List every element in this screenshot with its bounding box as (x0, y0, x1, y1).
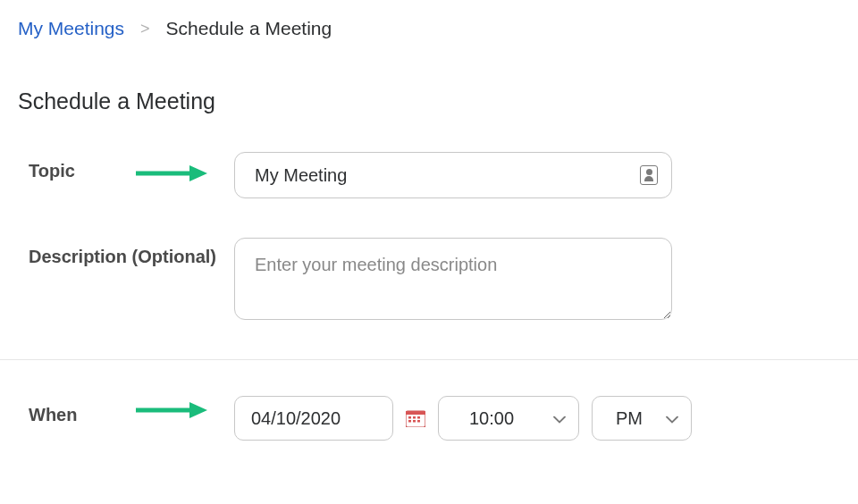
calendar-icon[interactable] (406, 409, 425, 427)
svg-rect-7 (413, 416, 416, 419)
svg-rect-8 (417, 416, 420, 419)
section-divider (0, 359, 858, 360)
svg-rect-5 (406, 411, 425, 415)
ampm-select[interactable]: PM (592, 396, 692, 441)
description-label: Description (Optional) (29, 238, 234, 267)
chevron-down-icon (553, 408, 566, 429)
topic-row: Topic (29, 152, 840, 198)
description-row: Description (Optional) (29, 238, 840, 320)
breadcrumb-current: Schedule a Meeting (166, 18, 332, 39)
page-title: Schedule a Meeting (18, 88, 840, 114)
date-input[interactable] (234, 396, 393, 441)
breadcrumb-root-link[interactable]: My Meetings (18, 18, 124, 39)
when-label: When (29, 396, 234, 425)
when-section: When (18, 396, 840, 441)
contact-card-icon (640, 165, 658, 185)
when-row: When (29, 396, 840, 441)
svg-rect-11 (417, 420, 420, 423)
schedule-form: Topic Description (Optional) (18, 152, 840, 320)
svg-rect-9 (408, 420, 411, 423)
breadcrumb-separator: > (140, 20, 150, 38)
breadcrumb: My Meetings > Schedule a Meeting (18, 18, 840, 39)
svg-rect-6 (408, 416, 411, 419)
chevron-down-icon (666, 408, 678, 429)
time-select[interactable]: 10:00 (438, 396, 579, 441)
time-select-value: 10:00 (469, 408, 514, 429)
topic-input[interactable] (234, 152, 672, 198)
topic-label: Topic (29, 152, 234, 181)
svg-rect-10 (413, 420, 416, 423)
ampm-select-value: PM (616, 408, 643, 429)
description-textarea[interactable] (234, 238, 672, 320)
